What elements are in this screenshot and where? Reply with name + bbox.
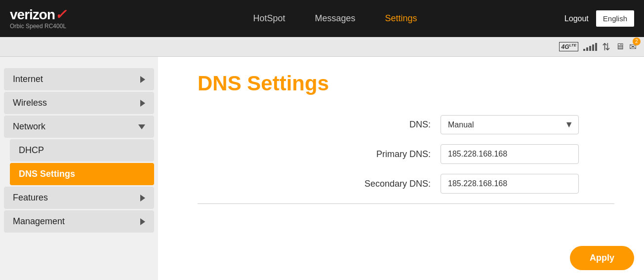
signal-bars-icon <box>583 43 597 51</box>
primary-dns-label: Primary DNS: <box>332 149 431 160</box>
arrow-right-icon <box>140 218 145 225</box>
arrow-right-icon <box>140 195 145 201</box>
monitor-icon: 🖥 <box>615 41 624 52</box>
nav-hotspot[interactable]: HotSpot <box>253 13 285 24</box>
sidebar-item-dhcp[interactable]: DHCP <box>10 139 154 161</box>
main-layout: Internet Wireless Network DHCP DNS Setti… <box>0 57 644 280</box>
sidebar: Internet Wireless Network DHCP DNS Setti… <box>0 57 158 280</box>
dns-select-wrapper[interactable]: Manual Auto ▼ <box>441 115 579 134</box>
sidebar-item-dhcp-label: DHCP <box>19 145 44 156</box>
header-right: Logout English <box>564 10 634 27</box>
arrow-right-icon <box>140 76 145 83</box>
arrow-down-icon <box>138 124 145 129</box>
dns-row: DNS: Manual Auto ▼ <box>233 115 579 134</box>
checkmark-icon: ✓ <box>55 7 66 22</box>
arrow-right-icon <box>140 100 145 107</box>
logout-button[interactable]: Logout <box>564 14 589 23</box>
secondary-dns-input[interactable] <box>441 174 579 194</box>
logo-area: verizon✓ Orbic Speed RC400L <box>10 8 66 30</box>
network-type-icon: 4GLTE <box>559 42 578 51</box>
sidebar-item-management-label: Management <box>13 216 65 227</box>
sidebar-item-internet[interactable]: Internet <box>4 68 154 90</box>
content-area: DNS Settings DNS: Manual Auto ▼ Primary … <box>158 57 644 280</box>
main-nav: HotSpot Messages Settings <box>106 13 564 24</box>
device-subtitle: Orbic Speed RC400L <box>10 23 66 30</box>
sidebar-item-internet-label: Internet <box>13 74 43 84</box>
sidebar-item-features-label: Features <box>13 193 48 203</box>
primary-dns-input[interactable] <box>441 144 579 164</box>
apply-button[interactable]: Apply <box>570 246 634 270</box>
language-selector[interactable]: English <box>596 10 634 27</box>
secondary-dns-label: Secondary DNS: <box>332 179 431 189</box>
sidebar-item-network-label: Network <box>13 121 45 132</box>
sidebar-item-wireless[interactable]: Wireless <box>4 92 154 114</box>
sidebar-item-dns-label: DNS Settings <box>19 169 75 179</box>
message-icon: ✉2 <box>629 41 637 52</box>
sidebar-item-features[interactable]: Features <box>4 187 154 209</box>
sidebar-item-network[interactable]: Network <box>4 116 154 138</box>
message-badge: 2 <box>633 38 641 45</box>
primary-dns-row: Primary DNS: <box>233 144 579 164</box>
divider <box>198 203 614 204</box>
nav-settings[interactable]: Settings <box>385 13 417 24</box>
sidebar-item-management[interactable]: Management <box>4 210 154 233</box>
page-title: DNS Settings <box>198 72 614 95</box>
dns-label: DNS: <box>332 120 431 130</box>
nav-messages[interactable]: Messages <box>315 13 355 24</box>
transfer-icon: ⇅ <box>602 41 610 53</box>
dns-form: DNS: Manual Auto ▼ Primary DNS: Secondar… <box>233 115 579 194</box>
secondary-dns-row: Secondary DNS: <box>233 174 579 194</box>
sidebar-item-wireless-label: Wireless <box>13 98 47 108</box>
verizon-logo: verizon✓ <box>10 8 66 22</box>
status-bar: 4GLTE ⇅ 🖥 ✉2 <box>0 37 644 57</box>
dns-dropdown[interactable]: Manual Auto <box>441 116 578 134</box>
sidebar-item-dns-settings[interactable]: DNS Settings <box>10 163 154 185</box>
header: verizon✓ Orbic Speed RC400L HotSpot Mess… <box>0 0 644 37</box>
